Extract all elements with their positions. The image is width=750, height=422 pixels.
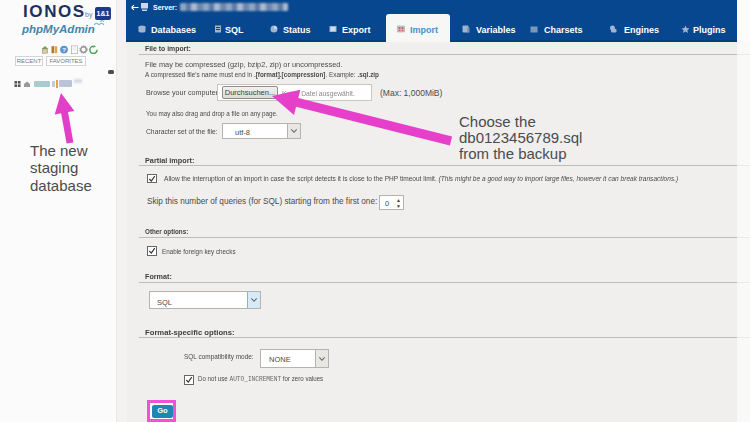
svg-text:?: ? xyxy=(62,47,66,53)
